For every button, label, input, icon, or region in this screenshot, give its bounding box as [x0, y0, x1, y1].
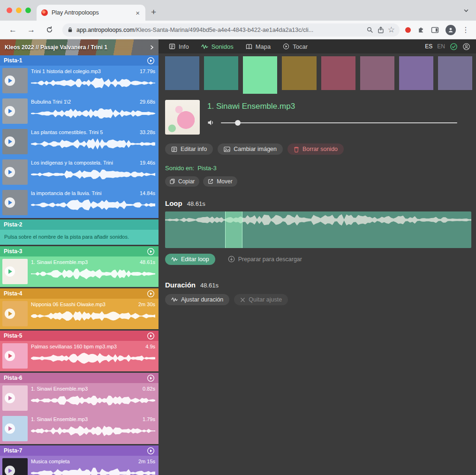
sound-item[interactable]: la importancia de la lluvia. Trini 14.84…	[0, 188, 159, 218]
remove-adjust-button[interactable]: Quitar ajuste	[234, 294, 288, 305]
padlock-icon[interactable]	[67, 27, 73, 33]
sound-image[interactable]	[165, 100, 200, 135]
track-header[interactable]: Pista-3	[0, 246, 159, 256]
browser-menu-icon[interactable]: ⋮	[462, 26, 469, 34]
prepare-download-button[interactable]: Preparar para descargar	[222, 253, 308, 265]
play-overlay-icon[interactable]	[5, 136, 15, 147]
edit-info-button[interactable]: Editar info	[165, 143, 213, 155]
breadcrumb-expand-icon[interactable]	[149, 45, 155, 50]
tab-tocar[interactable]: Tocar	[283, 43, 308, 50]
track-header[interactable]: Pista-5	[0, 331, 159, 341]
forward-button[interactable]: →	[23, 25, 39, 35]
play-overlay-icon[interactable]	[5, 197, 15, 208]
sync-check-icon[interactable]	[450, 43, 458, 51]
track-header[interactable]: Pista-6	[0, 373, 159, 383]
move-button[interactable]: Mover	[203, 176, 237, 187]
side-panel-icon[interactable]	[431, 26, 439, 34]
play-overlay-icon[interactable]	[5, 309, 15, 319]
extensions-puzzle-icon[interactable]	[417, 26, 425, 34]
copy-button[interactable]: Copiar	[165, 176, 199, 187]
sound-item[interactable]: Nipponia 06 Esashi Oiwake.mp3 2m 30s	[0, 299, 159, 329]
track-play-icon[interactable]	[147, 447, 155, 455]
swatch-track-4[interactable]	[282, 56, 316, 90]
swatch-track-3-selected[interactable]	[243, 56, 277, 94]
track-play-icon[interactable]	[147, 374, 155, 382]
duration-value: 48.61s	[200, 282, 219, 289]
lang-en-button[interactable]: EN	[437, 43, 445, 50]
edit-loop-label: Editar loop	[181, 256, 209, 263]
minimize-window-button[interactable]	[16, 8, 22, 13]
back-button[interactable]: ←	[5, 25, 21, 35]
tab-label: Tocar	[293, 43, 308, 50]
swatch-track-6[interactable]	[360, 56, 394, 90]
swatch-track-8[interactable]	[438, 56, 472, 90]
track-play-icon[interactable]	[147, 332, 155, 340]
sound-thumbnail	[2, 259, 28, 284]
track-header[interactable]: Pista-7	[0, 445, 159, 456]
record-extension-icon[interactable]	[405, 27, 411, 33]
volume-slider-knob[interactable]	[235, 120, 241, 126]
sound-item[interactable]: 1. Sinawi Ensemble.mp3 0.82s	[0, 383, 159, 414]
trash-icon	[294, 146, 299, 152]
play-overlay-icon[interactable]	[5, 75, 15, 86]
play-overlay-icon[interactable]	[5, 393, 15, 403]
track-header[interactable]: Pista-4	[0, 288, 159, 299]
swatch-track-5[interactable]	[321, 56, 355, 90]
adjust-duration-button[interactable]: Ajustar duración	[165, 294, 229, 305]
track-header[interactable]: Pista-2	[0, 219, 159, 230]
browser-profile-avatar[interactable]	[446, 25, 456, 35]
bookmark-star-icon[interactable]: ☆	[388, 26, 395, 34]
lang-es-button[interactable]: ES	[425, 43, 432, 50]
track-color-swatches	[165, 56, 472, 94]
volume-slider[interactable]	[221, 122, 457, 123]
new-tab-button[interactable]: +	[151, 7, 156, 17]
zoom-icon[interactable]	[366, 26, 374, 34]
sound-item[interactable]: Palmas sevillanas 160 bpm mp3.mp3 4.9s	[0, 341, 159, 371]
loop-selection-region[interactable]	[225, 211, 242, 248]
sound-item[interactable]: Bubulina Trini 1\2 29.68s	[0, 96, 159, 127]
account-person-icon[interactable]	[462, 43, 470, 51]
sound-detail-header: 1. Sinawi Ensemble.mp3	[165, 100, 472, 135]
play-overlay-icon[interactable]	[5, 266, 15, 277]
share-icon[interactable]	[377, 26, 385, 34]
delete-sound-button[interactable]: Borrar sonido	[287, 143, 344, 155]
tabs-menu-chevron-icon[interactable]	[463, 8, 469, 14]
change-image-button[interactable]: Cambiar imágen	[218, 143, 283, 155]
track-play-icon[interactable]	[147, 248, 155, 256]
zoom-window-button[interactable]	[25, 8, 31, 13]
sound-item-selected[interactable]: 1. Sinawi Ensemble.mp3 48.61s	[0, 256, 159, 287]
url-bar[interactable]: app.antropoloops.com/Kleos-Santa-Marina/…	[62, 23, 400, 37]
sound-item[interactable]: 1. Sinawi Ensemble.mp3 1.79s	[0, 414, 159, 444]
swatch-track-1[interactable]	[165, 56, 199, 90]
tab-sonidos[interactable]: Sonidos	[201, 43, 234, 50]
swatch-track-7[interactable]	[399, 56, 433, 90]
tab-mapa[interactable]: Mapa	[246, 43, 271, 50]
play-overlay-icon[interactable]	[5, 106, 15, 116]
sound-location-track-link[interactable]: Pista-3	[197, 165, 216, 172]
sound-item[interactable]: Musica completa 2m 15s	[0, 456, 159, 475]
tab-info[interactable]: Info	[169, 43, 189, 50]
track-header[interactable]: Pista-1	[0, 55, 159, 66]
swatch-track-2[interactable]	[204, 56, 238, 90]
reload-button[interactable]	[41, 26, 58, 34]
breadcrumb[interactable]: Kleos 2022 // Pasaje Valvanera / Trini 1	[0, 39, 159, 55]
image-icon	[224, 146, 230, 152]
close-window-button[interactable]	[7, 8, 12, 13]
play-overlay-icon[interactable]	[5, 466, 15, 475]
play-overlay-icon[interactable]	[5, 167, 15, 177]
sound-title: Nipponia 06 Esashi Oiwake.mp3	[31, 301, 108, 308]
track-play-icon[interactable]	[147, 57, 155, 65]
play-overlay-icon[interactable]	[5, 351, 15, 361]
browser-tab[interactable]: Play Antropoloops ×	[37, 5, 145, 21]
track-play-icon[interactable]	[147, 290, 155, 298]
sound-item[interactable]: Las plantas comestibles. Trini 5 33.28s	[0, 127, 159, 157]
sound-item[interactable]: Trini 1 historia del colegio.mp3 17.79s	[0, 66, 159, 96]
sound-item[interactable]: Los indígenas y la compostela. Trini 19.…	[0, 157, 159, 188]
speaker-icon[interactable]	[207, 119, 215, 126]
loop-waveform-panel[interactable]	[165, 211, 471, 248]
sound-title: Las plantas comestibles. Trini 5	[31, 129, 106, 136]
tab-close-icon[interactable]: ×	[134, 8, 142, 17]
change-image-label: Cambiar imágen	[234, 146, 277, 152]
play-overlay-icon[interactable]	[5, 423, 15, 434]
edit-loop-button[interactable]: Editar loop	[165, 254, 215, 265]
